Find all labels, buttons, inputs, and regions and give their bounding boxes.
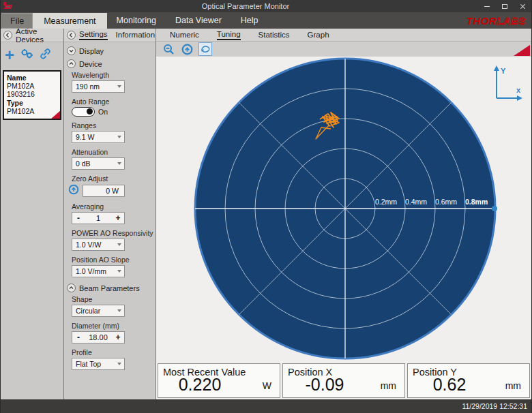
window-title: Optical Parameter Monitor (13, 2, 478, 10)
device-name-label: Name (7, 74, 57, 82)
attenuation-value: 0 dB (76, 159, 91, 168)
section-beam-parameters[interactable]: Beam Parameters (64, 282, 156, 294)
collapse-panel-button[interactable] (3, 31, 12, 40)
diameter-decrement-button[interactable]: - (72, 333, 85, 342)
tab-numeric[interactable]: Numeric (170, 31, 199, 40)
power-ao-value: 1.0 V/W (76, 241, 101, 249)
app-icon (3, 2, 13, 10)
position-ao-select[interactable]: 1.0 V/mm (72, 265, 125, 277)
close-button[interactable] (514, 0, 531, 12)
polar-display: 0.2mm 0.4mm 0.6mm 0.8mm (156, 57, 531, 360)
ring-label: 0.6mm (435, 198, 457, 206)
gears-link-icon (20, 48, 33, 59)
axis-x-label: x (516, 86, 521, 94)
diameter-value: 18.00 (85, 333, 112, 341)
thorlabs-logo: THORLABS (467, 12, 531, 29)
shape-label: Shape (72, 295, 156, 303)
power-ao-select[interactable]: 1.0 V/W (72, 239, 125, 251)
maximize-button[interactable] (496, 0, 514, 12)
profile-value: Flat Top (76, 360, 101, 368)
dropdown-arrow-icon (117, 243, 121, 246)
readout-unit: mm (505, 380, 521, 391)
app-window: Optical Parameter Monitor File Measureme… (0, 0, 532, 413)
power-ao-label: POWER AO Responsivity (72, 229, 156, 237)
menu-item-data-viewer[interactable]: Data Viewer (166, 12, 231, 29)
device-card[interactable]: Name PM102A 1903216 Type PM102A (3, 70, 61, 120)
zero-adjust-value[interactable]: 0 W (83, 185, 125, 197)
status-datetime: 11/29/2019 12:52:31 (462, 402, 527, 410)
minimize-icon (484, 6, 490, 7)
link-icon (40, 48, 52, 59)
tab-statistics[interactable]: Statistics (258, 31, 290, 40)
main-panel: Numeric Tuning Statistics Graph (156, 29, 531, 399)
chevron-up-icon (67, 284, 76, 292)
readout-position-x: Position X -0.09 mm (282, 363, 405, 398)
tab-settings[interactable]: Settings (79, 30, 108, 40)
section-beam-label: Beam Parameters (79, 284, 140, 292)
axis-y-label: Y (501, 67, 506, 75)
averaging-increment-button[interactable]: + (112, 213, 124, 223)
zoom-out-icon (163, 44, 175, 55)
edge-marker-dot (492, 206, 497, 211)
averaging-stepper: - 1 + (72, 212, 125, 224)
ranges-label: Ranges (72, 121, 156, 129)
wavelength-select[interactable]: 190 nm (72, 80, 125, 93)
connect-device-button[interactable] (40, 48, 52, 62)
zero-adjust-button[interactable] (68, 184, 79, 198)
axis-indicator: Y x (494, 65, 522, 101)
tuning-chart[interactable]: 0.2mm 0.4mm 0.6mm 0.8mm (156, 57, 531, 363)
shape-value: Circular (76, 307, 100, 315)
device-name: PM102A 1903216 (7, 82, 57, 98)
section-device[interactable]: Device (64, 58, 156, 70)
tab-information[interactable]: Information (116, 31, 156, 40)
menu-item-monitoring[interactable]: Monitoring (107, 12, 166, 29)
dropdown-arrow-icon (117, 85, 121, 88)
titlebar: Optical Parameter Monitor (1, 0, 531, 12)
logo-labs: LABS (497, 15, 526, 27)
profile-label: Profile (72, 348, 156, 356)
lasso-icon (200, 44, 211, 55)
lasso-select-button[interactable] (198, 42, 212, 56)
tuning-toolbar (156, 42, 531, 57)
tab-graph[interactable]: Graph (308, 31, 329, 40)
section-device-label: Device (79, 60, 102, 68)
minimize-button[interactable] (478, 0, 496, 12)
readout-position-y: Position Y 0.62 mm (407, 363, 530, 398)
zero-adjust-label: Zero Adjust (72, 174, 156, 183)
wavelength-value: 190 nm (76, 82, 100, 91)
tab-tuning[interactable]: Tuning (217, 30, 241, 40)
diameter-increment-button[interactable]: + (112, 333, 124, 342)
section-display[interactable]: Display (64, 45, 156, 57)
dropdown-arrow-icon (117, 136, 121, 138)
ring-label: 0.2mm (375, 198, 397, 206)
device-alert-corner-icon (50, 110, 61, 119)
profile-select[interactable]: Flat Top (72, 358, 125, 370)
averaging-value: 1 (85, 214, 112, 222)
auto-range-label: Auto Range (72, 97, 156, 106)
device-type: PM102A (7, 107, 57, 115)
device-settings-link-button[interactable] (20, 48, 33, 62)
auto-range-state: On (98, 108, 108, 116)
menu-item-help[interactable]: Help (231, 12, 268, 29)
reset-zoom-button[interactable] (180, 42, 194, 56)
collapse-settings-button[interactable] (67, 31, 76, 40)
ring-label: 0.8mm (465, 198, 488, 206)
ranges-select[interactable]: 9.1 W (72, 131, 125, 143)
dropdown-arrow-icon (117, 309, 121, 312)
close-icon (520, 3, 526, 10)
chevron-up-icon (67, 59, 76, 68)
ranges-value: 9.1 W (76, 133, 94, 141)
zoom-out-button[interactable] (162, 42, 175, 56)
chevron-left-icon (5, 32, 11, 38)
wavelength-label: Wavelength (72, 71, 156, 79)
readout-value: -0.09 (283, 375, 366, 395)
dropdown-arrow-icon (117, 363, 121, 365)
auto-range-toggle[interactable] (72, 107, 95, 117)
averaging-decrement-button[interactable]: - (72, 213, 85, 223)
attenuation-select[interactable]: 0 dB (72, 157, 125, 170)
averaging-label: Averaging (72, 202, 156, 211)
dropdown-arrow-icon (117, 162, 121, 165)
shape-select[interactable]: Circular (72, 305, 125, 317)
add-device-button[interactable]: + (5, 49, 14, 61)
device-type-label: Type (7, 99, 57, 107)
